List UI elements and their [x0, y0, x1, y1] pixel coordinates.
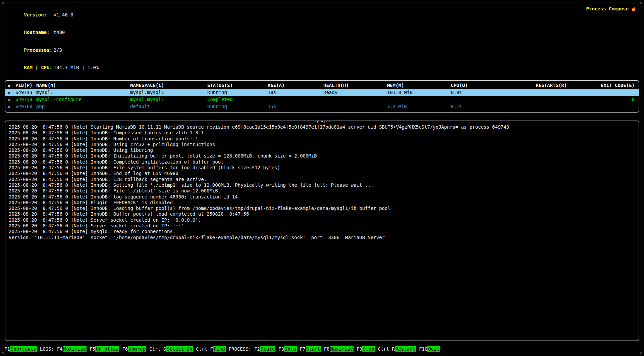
- footer-shortcut[interactable]: Ctrl-R Restart: [378, 346, 416, 352]
- footer-key-label: F4: [57, 346, 63, 352]
- log-line: 2025-08-20 8:47:56 0 [Note] InnoDB: Usin…: [9, 147, 635, 153]
- footer-key-label: F7: [300, 346, 306, 352]
- footer-action-button[interactable]: Info: [284, 346, 297, 352]
- log-panel-title: mysql1: [313, 121, 331, 123]
- log-line: 2025-08-20 8:47:56 0 [Note] InnoDB: End …: [9, 171, 635, 176]
- cell-mem: –: [387, 96, 451, 103]
- log-line: 2025-08-20 8:47:56 0 [Note] Server socke…: [9, 217, 635, 223]
- cell-namespace: mysql.mysql1: [130, 96, 207, 103]
- footer-shortcut[interactable]: F7 Start: [300, 346, 321, 352]
- cell-pid: 649759: [15, 96, 36, 103]
- app-header: Version:v1.46.0 Hostname:t480 Processes:…: [2, 2, 642, 80]
- flame-icon: [631, 6, 636, 12]
- footer-shortcut[interactable]: F8 Maximize: [324, 346, 354, 352]
- footer-key-label: F10: [419, 346, 427, 352]
- footer-action-button[interactable]: Unfollow: [95, 346, 119, 352]
- processes-label: Processes:: [24, 47, 54, 53]
- cell-health: –: [323, 96, 387, 103]
- footer-key-label: F9: [357, 346, 362, 352]
- cell-cpu: 0.9%: [451, 89, 513, 96]
- status-dot-icon: ●: [8, 103, 15, 110]
- footer-shortcut[interactable]: F1 Shortcuts: [4, 346, 37, 352]
- footer-key-label: Ctrl-R: [378, 346, 395, 352]
- footer-action-button[interactable]: Select On: [166, 346, 193, 352]
- footer-shortcut[interactable]: Ctrl-F Find: [196, 346, 225, 352]
- col-health: HEALTH(H): [323, 82, 387, 89]
- app-title-text: Process Compose: [586, 6, 629, 12]
- footer-key-label: F5: [90, 346, 95, 352]
- footer-shortcut[interactable]: F10 Quit: [419, 346, 440, 352]
- footer-action-button[interactable]: Start: [306, 346, 321, 352]
- footer-shortcut[interactable]: PROCESS: F2 Scale: [229, 346, 275, 352]
- footer-key-label: F3: [278, 346, 284, 352]
- process-row-mysql1-configure[interactable]: ● 649759 mysql1-configure mysql.mysql1 C…: [5, 96, 639, 103]
- cell-status: Running: [207, 103, 268, 110]
- footer-action-button[interactable]: Shortcuts: [10, 346, 37, 352]
- cell-restarts: –: [513, 89, 567, 96]
- footer-action-button[interactable]: Maximize: [63, 346, 87, 352]
- log-line: 2025-08-20 8:47:56 0 [Note] Plugin 'FEED…: [9, 200, 635, 206]
- footer-action-button[interactable]: Quit: [427, 346, 440, 352]
- footer-shortcut[interactable]: F6 Unwrap: [122, 346, 146, 352]
- footer-action-button[interactable]: Scale: [260, 346, 275, 352]
- cell-mem: 101.0 MiB: [387, 89, 451, 96]
- log-line: 2025-08-20 8:47:56 0 [Note] InnoDB: log …: [9, 194, 635, 200]
- cell-age: –: [268, 96, 323, 103]
- footer-shortcut[interactable]: Ctrl-S Select On: [149, 346, 193, 352]
- col-pid: PID(P): [15, 82, 36, 89]
- footer-action-button[interactable]: Stop: [362, 346, 375, 352]
- footer-section-label: PROCESS:: [229, 346, 251, 352]
- col-namespace: NAMESPACE(C): [130, 82, 207, 89]
- process-table: ● PID(P) NAME(N) NAMESPACE(C) STATUS(S) …: [5, 80, 639, 113]
- col-age: AGE(A): [268, 82, 323, 89]
- col-mem: MEM(M): [387, 82, 451, 89]
- footer-action-button[interactable]: Unwrap: [128, 346, 146, 352]
- col-restarts: RESTARTS(R): [513, 82, 567, 89]
- col-cpu: CPU(U): [451, 82, 513, 89]
- header-dot-icon: ●: [8, 82, 15, 89]
- footer-action-button[interactable]: Maximize: [330, 346, 354, 352]
- footer-key-label: Ctrl-S: [149, 346, 166, 352]
- cell-status: Completed: [207, 96, 268, 103]
- footer-shortcut[interactable]: F9 Stop: [357, 346, 375, 352]
- cell-cpu: 0.1%: [451, 103, 513, 110]
- footer-shortcut[interactable]: F3 Info: [278, 346, 297, 352]
- log-line: 2025-08-20 8:47:56 0 [Note] InnoDB: Sett…: [9, 182, 635, 188]
- hostname-label: Hostname:: [24, 30, 54, 36]
- cell-health: –: [323, 103, 387, 110]
- log-line: 2025-08-20 8:47:56 0 [Note] InnoDB: Buff…: [9, 211, 635, 217]
- cell-cpu: –: [451, 96, 513, 103]
- cell-status: Running: [207, 89, 268, 96]
- footer-key-label: Ctrl-F: [196, 346, 213, 352]
- footer-action-button[interactable]: Restart: [395, 346, 416, 352]
- cell-name: mysql1-configure: [36, 96, 130, 103]
- log-line: 2025-08-20 8:47:56 0 [Note] InnoDB: File…: [9, 188, 635, 194]
- log-output[interactable]: 2025-08-20 8:47:56 0 [Note] Starting Mar…: [9, 124, 635, 240]
- cell-exit-code: –: [567, 103, 635, 110]
- cell-exit-code: 0: [567, 96, 635, 103]
- log-line: 2025-08-20 8:47:56 0 [Note] mysqld: read…: [9, 229, 635, 234]
- cell-mem: 3.2 MiB: [387, 103, 451, 110]
- log-line: 2025-08-20 8:47:56 0 [Note] InnoDB: 128 …: [9, 177, 635, 182]
- footer-section-label: LOGS:: [40, 346, 54, 352]
- col-name: NAME(N): [36, 82, 130, 89]
- log-line: 2025-08-20 8:47:56 0 [Note] InnoDB: Usin…: [9, 142, 635, 147]
- log-line: Version: '10.11.11-MariaDB' socket: '/ho…: [9, 235, 635, 240]
- processes-value: 2/3: [54, 47, 62, 53]
- footer-action-button[interactable]: Find: [213, 346, 226, 352]
- footer-key-label: F6: [122, 346, 128, 352]
- process-row-php[interactable]: ● 649760 php default Running 15s – 3.2 M…: [5, 103, 639, 110]
- cell-restarts: –: [513, 96, 567, 103]
- cell-name: mysql1: [36, 89, 130, 96]
- footer-key-label: F1: [4, 346, 10, 352]
- cell-age: 18s: [268, 89, 323, 96]
- process-row-mysql1[interactable]: ● 649743 mysql1 mysql.mysql1 Running 18s…: [5, 89, 639, 96]
- footer-shortcut[interactable]: F5 Unfollow: [90, 346, 119, 352]
- log-line: 2025-08-20 8:47:56 0 [Note] InnoDB: Load…: [9, 206, 635, 211]
- col-exit-code: EXIT CODE(E): [567, 82, 635, 89]
- log-line: 2025-08-20 8:47:56 0 [Note] InnoDB: Comp…: [9, 130, 635, 136]
- footer-key-label: F8: [324, 346, 330, 352]
- cell-pid: 649743: [15, 89, 36, 96]
- ram-cpu-value: 104.3 MiB | 1.0%: [54, 65, 99, 70]
- footer-shortcut[interactable]: LOGS: F4 Maximize: [40, 346, 87, 352]
